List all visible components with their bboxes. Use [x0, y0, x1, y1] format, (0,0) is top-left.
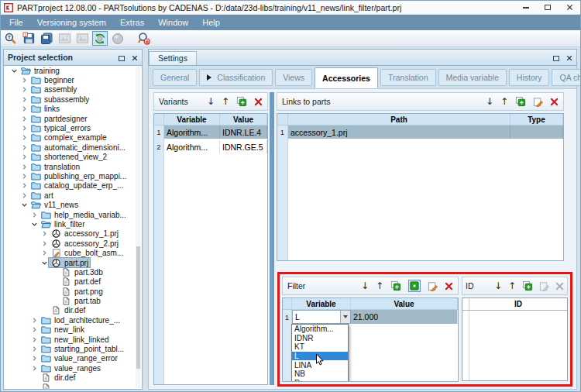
tree-item-partdesigner[interactable]: partdesigner — [4, 114, 142, 123]
collapsed-chevron-icon[interactable] — [20, 143, 29, 152]
tree-item-typical-errors[interactable]: typical_errors — [4, 123, 142, 132]
sync-icon[interactable] — [92, 31, 108, 46]
tree-item-value-ranges[interactable]: value_ranges — [4, 363, 142, 373]
tab-media-variable[interactable]: Media variable — [438, 69, 507, 86]
panel-maximize-icon[interactable] — [119, 50, 125, 64]
tree-item-link-filter[interactable]: link_filter — [4, 219, 142, 229]
tree-item-assembly[interactable]: assembly — [4, 85, 142, 95]
tree-item-links[interactable]: links — [4, 105, 142, 114]
tree-item-subassembly[interactable]: subassembly — [4, 95, 142, 104]
links-add-icon[interactable] — [515, 96, 526, 107]
tree-item-automatic-dimensioni[interactable]: automatic_dimensioni... — [4, 143, 142, 152]
tab-general[interactable]: General — [153, 69, 197, 86]
maximize-button[interactable] — [537, 1, 559, 14]
dropdown-option-algorithm[interactable]: Algorithm... — [292, 325, 348, 334]
link-row[interactable]: 1accessory_1.prj — [277, 126, 563, 139]
expanded-chevron-icon[interactable] — [40, 259, 49, 267]
variable-combobox[interactable]: L — [292, 310, 351, 324]
collapsed-chevron-icon[interactable] — [30, 354, 39, 363]
tree-item-dir-def[interactable]: dir.def — [4, 373, 142, 383]
collapsed-chevron-icon[interactable] — [20, 181, 29, 190]
tree-item-v11-news[interactable]: v11_news — [4, 200, 142, 209]
image-export-2-icon[interactable] — [74, 31, 90, 46]
collapsed-chevron-icon[interactable] — [30, 335, 39, 344]
tree-item-art[interactable]: art — [4, 191, 142, 200]
collapsed-chevron-icon[interactable] — [40, 229, 49, 238]
preview-search-icon[interactable]: e — [136, 31, 152, 46]
settings-title-tab[interactable]: Settings — [149, 51, 197, 65]
tree-item-part-3db[interactable]: part.3db — [4, 267, 142, 277]
tree-item-new-link[interactable]: new_link — [4, 325, 142, 335]
filter-add-icon[interactable] — [390, 280, 401, 291]
links-edit-icon[interactable] — [533, 97, 543, 107]
dropdown-option-idnr[interactable]: IDNR — [292, 334, 348, 343]
tab-views[interactable]: Views — [275, 69, 312, 86]
panel-close-icon[interactable] — [132, 50, 138, 64]
tree-item-value-range-error[interactable]: value_range_error — [4, 354, 142, 363]
settings-maximize-icon[interactable] — [553, 50, 559, 64]
tree-scrollbar[interactable] — [136, 67, 141, 388]
menu-window[interactable]: Window — [151, 15, 195, 30]
dropdown-option-nb[interactable]: NB — [292, 370, 348, 379]
tab-translation[interactable]: Translation — [380, 69, 436, 86]
filter-move-down-icon[interactable]: ↓ — [361, 281, 369, 291]
publish-globe-icon[interactable] — [110, 31, 125, 46]
collapsed-chevron-icon[interactable] — [20, 85, 29, 94]
dropdown-option-kt[interactable]: KT — [292, 342, 348, 352]
menu-versioning-system[interactable]: Versioning system — [30, 15, 113, 30]
collapsed-chevron-icon[interactable] — [30, 364, 39, 373]
image-export-1-icon[interactable] — [57, 31, 72, 46]
save-all-icon[interactable] — [39, 31, 54, 46]
tree-item-part-def[interactable]: part.def — [4, 277, 142, 287]
variants-move-up-icon[interactable]: ↑ — [222, 97, 229, 106]
collapsed-chevron-icon[interactable] — [20, 191, 29, 200]
collapsed-chevron-icon[interactable] — [20, 124, 29, 132]
tab-accessories[interactable]: Accessories — [315, 67, 378, 88]
variant-row[interactable]: 1Algorithm...IDNR.LE.4 — [154, 126, 267, 139]
collapsed-chevron-icon[interactable] — [30, 325, 39, 334]
variants-add-icon[interactable] — [236, 96, 247, 107]
tree-item-training[interactable]: training — [4, 66, 142, 75]
tree-item-dir-def[interactable]: dir.def — [4, 306, 142, 315]
expanded-chevron-icon[interactable] — [30, 220, 39, 229]
variants-delete-icon[interactable] — [254, 98, 263, 106]
filter-add-box-icon[interactable] — [408, 280, 421, 292]
menu-extras[interactable]: Extras — [113, 15, 151, 30]
search-project-icon[interactable] — [3, 31, 19, 46]
tree-item-cube-bolt-asm[interactable]: cube_bolt_asm... — [4, 248, 142, 257]
filter-delete-icon[interactable] — [445, 282, 453, 291]
tree-item-lod-architecture[interactable]: lod_architecture_... — [4, 315, 142, 325]
tree-item-translation[interactable]: translation — [4, 162, 142, 171]
dropdown-option-r[interactable]: R — [292, 379, 348, 382]
tree-item-catalog-update-erp[interactable]: catalog_update_erp_... — [4, 181, 142, 191]
collapsed-chevron-icon[interactable] — [20, 163, 29, 171]
menu-help[interactable]: Help — [195, 15, 227, 30]
collapsed-chevron-icon[interactable] — [40, 239, 49, 248]
save-icon[interactable]: 1 — [21, 31, 36, 46]
tree-item-accessory-2-prj[interactable]: accessory_2.prj — [4, 239, 142, 248]
expanded-chevron-icon[interactable] — [20, 201, 29, 209]
links-move-down-icon[interactable]: ↓ — [486, 97, 493, 106]
filter-move-up-icon[interactable]: ↑ — [376, 281, 383, 291]
collapsed-chevron-icon[interactable] — [20, 76, 29, 84]
menu-file[interactable]: File — [2, 15, 30, 30]
tree-scrollbar-thumb[interactable] — [136, 246, 140, 369]
filter-edit-icon[interactable] — [428, 281, 438, 291]
tree-item-part-png[interactable]: part.png — [4, 287, 142, 296]
tree-item-accessory-1-prj[interactable]: accessory_1.prj — [4, 229, 142, 239]
links-delete-icon[interactable] — [550, 98, 559, 106]
collapsed-chevron-icon[interactable] — [30, 211, 39, 219]
variant-row[interactable]: 2Algorithm...IDNR.GE.5 — [154, 140, 267, 153]
id-move-down-icon[interactable]: ↓ — [494, 281, 502, 291]
tab-qa-check[interactable]: QA check — [552, 69, 581, 86]
close-button[interactable] — [559, 1, 580, 14]
tree-item-shortened-view-2[interactable]: shortened_view_2 — [4, 153, 142, 162]
collapsed-chevron-icon[interactable] — [20, 153, 29, 161]
collapsed-chevron-icon[interactable] — [40, 249, 49, 257]
expanded-chevron-icon[interactable] — [10, 67, 19, 75]
collapsed-chevron-icon[interactable] — [20, 115, 29, 123]
collapsed-chevron-icon[interactable] — [20, 95, 29, 104]
tree-item-part-tab[interactable]: part.tab — [4, 296, 142, 305]
tab-history[interactable]: History — [509, 69, 550, 86]
tree-item-part-prj[interactable]: part.prj — [4, 258, 142, 267]
